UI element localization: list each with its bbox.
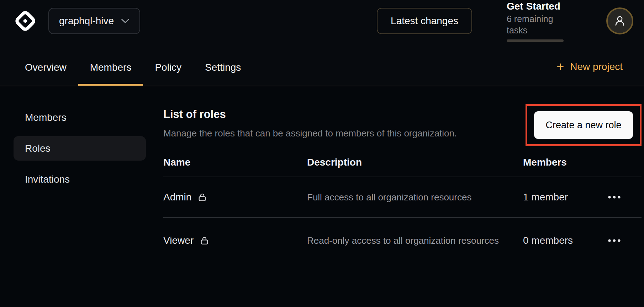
tab-policy[interactable]: Policy — [143, 62, 193, 86]
role-description: Read-only access to all organization res… — [307, 227, 499, 255]
column-header-name: Name — [163, 157, 307, 168]
lock-icon — [197, 193, 207, 202]
row-actions-menu-button[interactable] — [605, 193, 624, 202]
hive-logo-icon[interactable] — [13, 9, 37, 33]
user-avatar[interactable] — [606, 7, 633, 34]
tab-settings[interactable]: Settings — [193, 62, 253, 86]
table-row-viewer: Viewer Read-only access to all organizat… — [163, 218, 642, 263]
header: graphql-hive Latest changes Get Started … — [0, 0, 644, 42]
lock-icon — [200, 236, 209, 246]
chevron-down-icon — [121, 18, 130, 23]
sidebar-item-members[interactable]: Members — [14, 105, 146, 130]
table-header-row: Name Description Members — [163, 152, 642, 177]
organization-selector[interactable]: graphql-hive — [48, 8, 140, 34]
get-started-title: Get Started — [507, 0, 572, 12]
new-project-button[interactable]: + New project — [556, 61, 623, 72]
role-description: Full access to all organization resource… — [307, 183, 499, 211]
tabs: Overview Members Policy Settings — [13, 62, 253, 86]
get-started-remaining-tasks: 6 remaining tasks — [507, 13, 572, 36]
latest-changes-button[interactable]: Latest changes — [377, 8, 472, 34]
column-header-members: Members — [523, 157, 605, 168]
create-new-role-button[interactable]: Create a new role — [534, 111, 633, 139]
sidebar-item-invitations[interactable]: Invitations — [14, 167, 146, 192]
table-row-admin: Admin Full access to all organization re… — [163, 177, 642, 218]
get-started-progress-bar — [507, 39, 564, 42]
role-name: Admin — [163, 192, 191, 203]
role-member-count: 1 member — [523, 192, 605, 203]
role-name: Viewer — [163, 235, 194, 246]
get-started-widget[interactable]: Get Started 6 remaining tasks — [507, 0, 572, 42]
plus-icon: + — [556, 62, 564, 72]
row-actions-menu-button[interactable] — [605, 236, 624, 245]
column-header-description: Description — [307, 157, 523, 168]
tab-members[interactable]: Members — [78, 62, 143, 86]
top-bar: graphql-hive Latest changes Get Started … — [0, 0, 644, 86]
sidebar-item-roles[interactable]: Roles — [14, 136, 146, 161]
annotation-highlight-box: Create a new role — [526, 104, 642, 146]
page-content: Members Roles Invitations List of roles … — [0, 86, 644, 307]
new-project-label: New project — [570, 61, 623, 72]
organization-name: graphql-hive — [59, 15, 114, 27]
role-member-count: 0 members — [523, 235, 605, 246]
tab-overview[interactable]: Overview — [13, 62, 78, 86]
user-icon — [613, 14, 627, 28]
tab-bar: Overview Members Policy Settings + New p… — [0, 42, 644, 86]
members-sidebar: Members Roles Invitations — [0, 86, 163, 307]
roles-table: Name Description Members Admin Full acce… — [163, 152, 642, 263]
